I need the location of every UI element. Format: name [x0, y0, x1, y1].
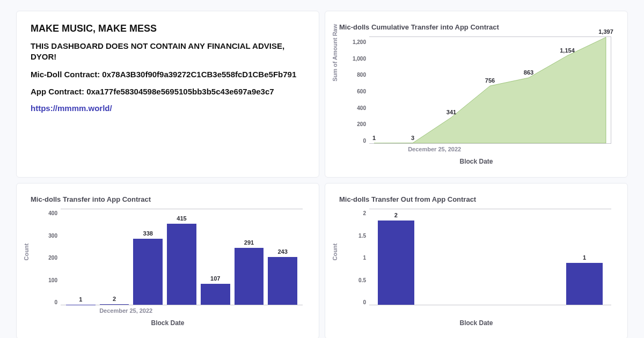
- bar: [167, 224, 196, 305]
- data-label: 415: [177, 215, 186, 222]
- chart-title: Mic-dolls Transfer into App Contract: [31, 195, 305, 203]
- y-tick: 1,000: [353, 56, 366, 62]
- bar-slot: 243: [266, 209, 299, 305]
- plot-area: 21: [369, 209, 611, 305]
- bar-slot: 415: [165, 209, 199, 305]
- y-tick: 0: [54, 299, 57, 305]
- bar-slot: [467, 209, 514, 305]
- bar-chart: Count 0100200300400 12338415107291243 De…: [31, 209, 305, 316]
- data-label: 1: [79, 296, 82, 303]
- y-tick: 2: [363, 210, 366, 216]
- y-tick: 200: [48, 255, 57, 261]
- y-tick: 600: [357, 89, 366, 94]
- bar-slot: 2: [98, 209, 131, 305]
- bar: [268, 257, 297, 305]
- chart-title: Mic-dolls Cumulative Transfer into App C…: [339, 23, 613, 31]
- y-tick: 0: [363, 299, 366, 305]
- y-tick: 300: [48, 233, 57, 239]
- x-tick: December 25, 2022: [408, 146, 461, 152]
- x-tick: December 25, 2022: [99, 307, 152, 314]
- data-label: 107: [210, 275, 220, 282]
- y-axis-ticks: 00.511.52: [349, 209, 368, 305]
- data-label: 1,154: [560, 47, 575, 54]
- data-label: 2: [113, 296, 116, 302]
- y-axis-ticks: 0100200300400: [40, 209, 60, 305]
- bar: [566, 263, 603, 305]
- transfer-out-chart-card: Mic-dolls Transfer Out from App Contract…: [325, 183, 628, 338]
- data-label: 1,397: [598, 28, 613, 35]
- bar-slot: 291: [232, 209, 266, 305]
- y-axis-label: Count: [332, 244, 338, 261]
- y-tick: 1.5: [358, 233, 366, 239]
- data-label: 243: [277, 248, 287, 255]
- bar-slot: [420, 209, 467, 305]
- y-tick: 100: [48, 277, 57, 283]
- bar: [100, 304, 129, 305]
- y-tick: 0.5: [358, 277, 366, 283]
- bar-slot: [514, 209, 561, 305]
- y-tick: 1,200: [353, 39, 366, 45]
- app-contract: App Contract: 0xa177fe58304598e5695105bb…: [31, 86, 305, 97]
- data-label: 338: [143, 230, 153, 237]
- micdoll-contract: Mic-Doll Contract: 0x78A3B30f90f9a39272C…: [31, 69, 305, 80]
- cumulative-chart-card: Mic-dolls Cumulative Transfer into App C…: [325, 11, 628, 178]
- data-label: 1: [583, 254, 586, 261]
- area-chart: Sum of Amount Raw 02004006008001,0001,20…: [339, 36, 613, 155]
- bar-chart: Count 00.511.52 21: [339, 209, 613, 316]
- bar: [201, 284, 230, 305]
- data-label: 341: [447, 109, 456, 115]
- disclaimer-text: THIS DASHBOARD DOES NOT CONTAIN ANY FINA…: [31, 41, 305, 63]
- data-label: 863: [524, 69, 533, 76]
- info-card: MAKE MUSIC, MAKE MESS THIS DASHBOARD DOE…: [16, 11, 319, 178]
- y-axis-label: Count: [23, 244, 30, 261]
- bar-slot: 1: [64, 209, 98, 305]
- y-tick: 400: [48, 210, 57, 216]
- y-axis-label: Sum of Amount Raw: [332, 24, 338, 82]
- bar: [235, 248, 264, 305]
- bar: [378, 221, 414, 305]
- plot-area: 12338415107291243: [61, 209, 303, 305]
- dashboard-title: MAKE MUSIC, MAKE MESS: [31, 23, 305, 34]
- x-axis-label: Block Date: [31, 319, 305, 327]
- y-tick: 0: [363, 138, 366, 144]
- y-tick: 200: [357, 121, 366, 127]
- data-label: 1: [372, 135, 376, 141]
- x-axis-label: Block Date: [339, 158, 613, 165]
- data-label: 291: [244, 239, 254, 246]
- y-tick: 800: [357, 72, 366, 78]
- plot-area: 133417568631,1541,397: [369, 36, 611, 144]
- bar: [133, 239, 163, 305]
- x-axis-label: Block Date: [339, 319, 613, 327]
- data-label: 756: [485, 77, 495, 84]
- chart-title: Mic-dolls Transfer Out from App Contract: [339, 195, 613, 203]
- data-label: 2: [394, 212, 398, 218]
- transfer-in-chart-card: Mic-dolls Transfer into App Contract Cou…: [16, 183, 319, 338]
- external-link[interactable]: https://mmmm.world/: [31, 104, 112, 113]
- data-label: 3: [411, 135, 414, 141]
- bar-slot: 338: [131, 209, 165, 305]
- y-axis-ticks: 02004006008001,0001,200: [349, 36, 368, 144]
- bar-slot: 107: [199, 209, 232, 305]
- bar-slot: 2: [372, 209, 420, 305]
- bar-slot: 1: [561, 209, 608, 305]
- y-tick: 400: [357, 105, 366, 111]
- y-tick: 1: [363, 255, 366, 261]
